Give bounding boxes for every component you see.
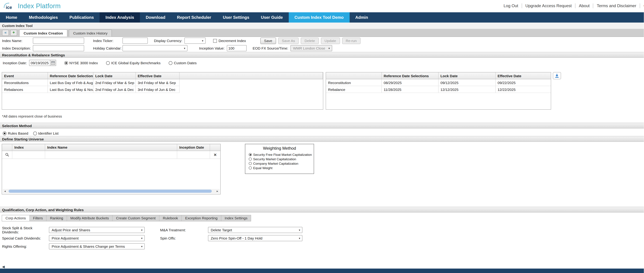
- chevron-down-icon: ▼: [140, 229, 143, 231]
- index-name-label: Index Name:: [2, 39, 33, 43]
- radio-ice-global-equity-benchmarks[interactable]: ICE Global Equity Benchmarks: [106, 61, 160, 65]
- inception-value-input[interactable]: [227, 45, 246, 51]
- previous-tabs-button[interactable]: «: [2, 30, 9, 36]
- scroll-right-icon[interactable]: ►: [215, 190, 220, 192]
- eod-fx-select[interactable]: WMR London Close ▼: [290, 45, 332, 51]
- terms-link[interactable]: Terms and Disclaimer: [593, 3, 640, 8]
- tab-ranking[interactable]: Ranking: [46, 215, 67, 221]
- holiday-calendar-select[interactable]: ▼: [122, 45, 188, 51]
- table-cell: Last Bus Day of Feb & Aug: [48, 79, 93, 86]
- section-reconstitution-rebalance: Reconstitution & Rebalance Settings: [0, 52, 644, 58]
- rerun-button[interactable]: Re-run: [342, 37, 360, 44]
- tab-custom-index-history[interactable]: Custom Index History: [69, 29, 112, 36]
- radio-security-free-float-market-cap[interactable]: Security Free Float Market Capitalizatio…: [245, 153, 314, 157]
- remove-row-button[interactable]: ✕: [210, 151, 220, 159]
- decrement-index-checkbox[interactable]: [213, 39, 217, 42]
- app-header: ice Index Platform Log OutUpgrade Access…: [0, 0, 644, 12]
- add-tab-button[interactable]: +: [10, 30, 17, 36]
- table-row: Reconstitutions Last Bus Day of Feb & Au…: [2, 79, 323, 86]
- horizontal-scrollbar[interactable]: ◄ ►: [3, 189, 220, 193]
- holiday-calendar-label: Holiday Calendar:: [93, 46, 122, 50]
- download-button[interactable]: [553, 72, 561, 79]
- contact-link[interactable]: Contact Us: [640, 3, 644, 8]
- table-cell: Reconstitution: [326, 79, 382, 86]
- table-cell: Rebalance: [326, 86, 382, 93]
- col-header-effective-date: Effective Date: [495, 72, 551, 79]
- table-cell: 09/12/2025: [438, 79, 495, 86]
- table-cell: 08/29/2025: [382, 79, 438, 86]
- collapse-left-icon[interactable]: ◀: [2, 265, 4, 269]
- save-as-button[interactable]: Save As: [278, 37, 299, 44]
- radio-custom-dates[interactable]: Custom Dates: [169, 61, 197, 65]
- table-row: Rebalances Last Bus Day of May & Nov 2nd…: [2, 86, 323, 93]
- nav-report-scheduler[interactable]: Report Scheduler: [171, 12, 217, 22]
- scroll-left-icon[interactable]: ◄: [3, 190, 7, 192]
- radio-company-market-cap[interactable]: Company Market Capitalization: [245, 162, 314, 165]
- index-ticker-input[interactable]: [122, 37, 148, 44]
- chevron-down-icon: ▼: [183, 47, 186, 49]
- save-button[interactable]: Save: [260, 37, 276, 44]
- tab-custom-index-creation[interactable]: Custom Index Creation: [19, 29, 68, 36]
- rights-offering-select[interactable]: Price Adjustment & Shares Change per Ter…: [49, 243, 145, 250]
- spin-offs-select[interactable]: Zero Price Spin-Off - 1 Day Hold ▼: [208, 235, 302, 241]
- radio-equal-weight[interactable]: Equal Weight: [245, 166, 314, 170]
- form-row-2: Index Description: Holiday Calendar: ▼ I…: [0, 44, 644, 52]
- tab-modify-attribute-buckets[interactable]: Modify Attribute Buckets: [67, 215, 112, 221]
- inception-date-row: Inception Date: NYSE 3000 Index ICE Glob…: [0, 59, 205, 67]
- header-links: Log OutUpgrade Access RequestAboutTerms …: [500, 3, 644, 8]
- radio-rules-based[interactable]: Rules Based: [3, 131, 28, 135]
- col-header-blank: [326, 72, 382, 79]
- tab-filters[interactable]: Filters: [30, 215, 46, 221]
- display-currency-select[interactable]: ▼: [184, 37, 206, 44]
- universe-index-cell[interactable]: [12, 151, 45, 159]
- scrollbar-thumb[interactable]: [8, 190, 212, 193]
- radio-security-market-cap[interactable]: Security Market Capitalization: [245, 157, 314, 161]
- nav-home[interactable]: Home: [0, 12, 23, 22]
- nav-custom-index-tool-demo[interactable]: Custom Index Tool Demo: [288, 12, 350, 22]
- delete-button[interactable]: Delete: [301, 37, 319, 44]
- main-nav: Home Methodologies Publications Index An…: [0, 12, 644, 22]
- calendar-icon[interactable]: [50, 60, 56, 66]
- radio-nyse-3000-index[interactable]: NYSE 3000 Index: [64, 61, 98, 65]
- inception-date-input[interactable]: [29, 60, 50, 66]
- stock-split-select[interactable]: Adjust Price and Shares ▼: [49, 227, 145, 233]
- nav-download[interactable]: Download: [140, 12, 171, 22]
- tab-exception-reporting[interactable]: Exception Reporting: [182, 215, 221, 221]
- rights-offering-label: Rights Offering:: [2, 244, 49, 249]
- scrollbar-track[interactable]: [7, 189, 215, 193]
- computed-dates-table: Reference Date Selections Lock Date Effe…: [326, 72, 551, 110]
- tab-create-custom-segment[interactable]: Create Custom Segment: [113, 215, 160, 221]
- about-link[interactable]: About: [575, 3, 593, 8]
- table-header-row: Reference Date Selections Lock Date Effe…: [326, 72, 551, 79]
- nav-methodologies[interactable]: Methodologies: [23, 12, 64, 22]
- special-cash-dividends-select[interactable]: Price Adjustment ▼: [49, 235, 145, 241]
- tab-corp-actions[interactable]: Corp Actions: [2, 215, 30, 221]
- index-lookup-button[interactable]: [2, 151, 12, 159]
- breadcrumb: Custom Index Tool: [0, 22, 644, 29]
- chevron-down-icon: ▼: [140, 245, 143, 248]
- radio-identifier-list[interactable]: Identifier List: [33, 131, 58, 135]
- upgrade-access-link[interactable]: Upgrade Access Request: [522, 3, 575, 8]
- nav-index-analysis[interactable]: Index Analysis: [100, 12, 140, 22]
- index-description-input[interactable]: [33, 45, 84, 51]
- tab-rulebook[interactable]: Rulebook: [160, 215, 182, 221]
- nav-publications[interactable]: Publications: [64, 12, 100, 22]
- ma-treatment-value: Delete Target: [211, 228, 232, 232]
- radio-label: Rules Based: [8, 131, 28, 135]
- col-header-reference-date: Reference Date Selections: [48, 72, 93, 79]
- nav-user-guide[interactable]: User Guide: [255, 12, 288, 22]
- footer-bar: [0, 269, 644, 273]
- eod-fx-value: WMR London Close: [293, 46, 325, 50]
- index-description-label: Index Description:: [2, 46, 33, 50]
- radio-button-icon: [249, 162, 252, 165]
- logout-link[interactable]: Log Out: [500, 3, 522, 8]
- tab-index-settings[interactable]: Index Settings: [221, 215, 251, 221]
- ma-treatment-select[interactable]: Delete Target ▼: [208, 227, 302, 233]
- index-name-input[interactable]: [33, 37, 84, 44]
- nav-user-settings[interactable]: User Settings: [217, 12, 255, 22]
- chevron-down-icon: ▼: [140, 237, 143, 239]
- nav-admin[interactable]: Admin: [350, 12, 374, 22]
- table-cell: 3rd Friday of Jun & Dec: [136, 86, 179, 93]
- update-button[interactable]: Update: [321, 37, 340, 44]
- chevron-down-icon: ▼: [328, 47, 330, 49]
